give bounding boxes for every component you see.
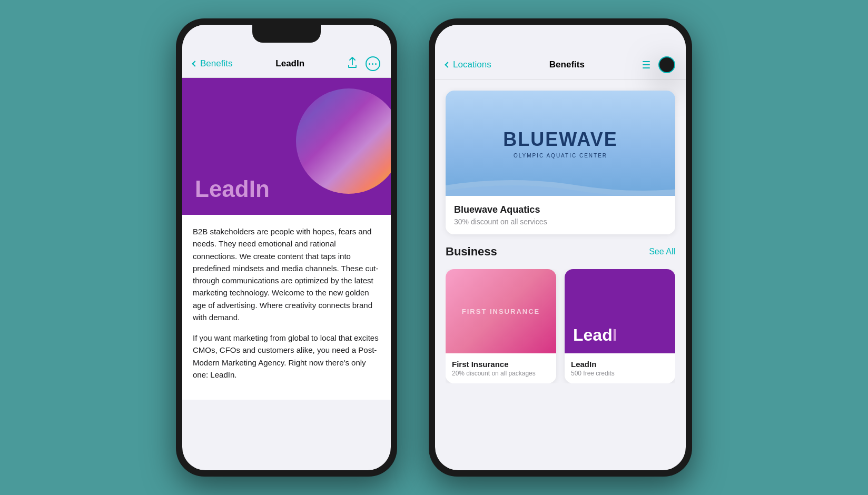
bluewave-logo-subtitle: OLYMPIC AQUATIC CENTER [514, 153, 607, 159]
insurance-bg: FIRST INSURANCE [446, 269, 556, 353]
nav-icons [348, 56, 380, 71]
insurance-card-name: First Insurance [452, 360, 550, 369]
leadin-card-logo: LeadI [573, 325, 617, 345]
leadin-card-desc: 500 free credits [571, 370, 669, 377]
leadin-card-body: LeadIn 500 free credits [565, 353, 675, 383]
right-nav-bar: Locations Benefits [435, 25, 686, 80]
right-content: BLUEWAVE OLYMPIC AQUATIC CENTER Bluewave… [435, 80, 686, 470]
right-screen: Locations Benefits [435, 25, 686, 470]
more-icon[interactable] [366, 56, 380, 71]
back-chevron-icon [192, 61, 198, 66]
hero-circle-decoration [296, 88, 391, 194]
bluewave-card-image: BLUEWAVE OLYMPIC AQUATIC CENTER [446, 91, 675, 196]
business-section-header: Business See All [446, 245, 675, 259]
leadin-business-card[interactable]: LeadI LeadIn 500 free credits [565, 269, 675, 383]
leadin-logo: LeadIn [195, 176, 270, 202]
bluewave-logo-title: BLUEWAVE [503, 128, 617, 151]
logo-plain: Lead [195, 176, 249, 202]
leadin-card-name: LeadIn [571, 360, 669, 369]
back-chevron-icon [445, 62, 450, 67]
paragraph-2: If you want marketing from global to loc… [193, 332, 380, 381]
nav-icons [643, 56, 675, 73]
logo-accent: In [249, 176, 270, 202]
bluewave-card-desc: 30% discount on all services [454, 217, 667, 226]
right-phone: Locations Benefits [429, 18, 692, 477]
article-body: B2B stakeholders are people with hopes, … [182, 215, 391, 400]
bluewave-card-body: Bluewave Aquatics 30% discount on all se… [446, 196, 675, 234]
first-insurance-card[interactable]: FIRST INSURANCE First Insurance 20% disc… [446, 269, 556, 383]
share-icon[interactable] [348, 57, 357, 71]
business-cards-row: FIRST INSURANCE First Insurance 20% disc… [446, 269, 675, 383]
back-label: Benefits [200, 58, 232, 69]
more-icon[interactable] [658, 56, 675, 73]
insurance-card-body: First Insurance 20% discount on all pack… [446, 353, 556, 383]
paragraph-1: B2B stakeholders are people with hopes, … [193, 225, 380, 323]
back-button[interactable]: Benefits [193, 58, 232, 69]
page-title: LeadIn [275, 58, 304, 69]
insurance-logo-text: FIRST INSURANCE [462, 308, 540, 315]
list-icon[interactable] [643, 61, 650, 68]
phone-notch [252, 25, 321, 43]
bluewave-card-name: Bluewave Aquatics [454, 204, 667, 215]
leadin-bg: LeadI [565, 269, 675, 353]
leadin-card-image: LeadI [565, 269, 675, 353]
insurance-card-image: FIRST INSURANCE [446, 269, 556, 353]
left-phone: Benefits LeadIn [176, 18, 397, 477]
left-content: LeadIn B2B stakeholders are people with … [182, 78, 391, 470]
see-all-button[interactable]: See All [649, 247, 675, 256]
back-label: Locations [453, 60, 491, 70]
featured-bluewave-card[interactable]: BLUEWAVE OLYMPIC AQUATIC CENTER Bluewave… [446, 91, 675, 234]
insurance-card-desc: 20% discount on all packages [452, 370, 550, 377]
page-title: Benefits [549, 60, 585, 70]
back-to-locations-button[interactable]: Locations [446, 60, 491, 70]
left-screen: Benefits LeadIn [182, 25, 391, 470]
leadin-hero: LeadIn [182, 78, 391, 215]
business-section-title: Business [446, 245, 497, 259]
